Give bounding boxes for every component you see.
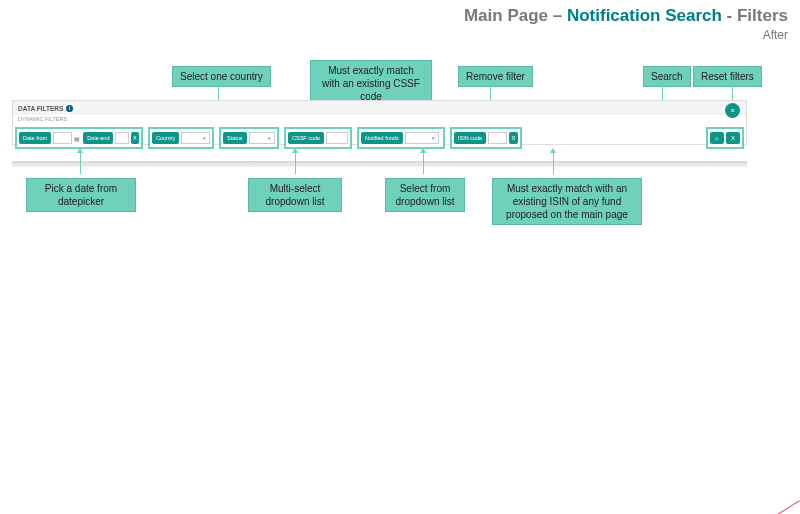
callout-notified: Select from dropdown list <box>385 178 465 212</box>
info-icon[interactable]: i <box>66 105 73 112</box>
filter-group-actions: ⌕ X <box>706 127 744 149</box>
input-isin[interactable] <box>488 132 507 144</box>
callout-remove: Remove filter <box>458 66 533 87</box>
label-date-end: Date end <box>83 132 113 144</box>
arrow-isin-bottom <box>553 152 554 174</box>
label-date-from: Date from <box>19 132 51 144</box>
save-filters-button[interactable]: ≡ <box>725 103 740 118</box>
slide-number: . <box>792 501 794 510</box>
input-cssf[interactable] <box>326 132 348 144</box>
callout-country: Select one country <box>172 66 271 87</box>
callout-status: Multi-select dropdown list <box>248 178 342 212</box>
chevron-down-icon: ▾ <box>268 135 271 141</box>
search-icon: ⌕ <box>715 135 719 141</box>
label-country: Country <box>152 132 179 144</box>
filter-group-cssf: CSSF code <box>284 127 352 149</box>
arrow-search <box>662 85 663 101</box>
dropdown-status[interactable]: ▾ <box>249 132 275 144</box>
page-subtitle: After <box>464 28 788 42</box>
chevron-down-icon: ▾ <box>203 135 206 141</box>
chevron-down-icon: ▾ <box>432 135 435 141</box>
arrow-status-bottom <box>295 152 296 174</box>
clear-date-button[interactable]: X <box>131 132 139 144</box>
callout-reset: Reset filters <box>693 66 762 87</box>
filter-group-isin: ISIN code X <box>450 127 522 149</box>
label-notified: Notified funds <box>361 132 403 144</box>
calendar-icon[interactable]: ▦ <box>74 135 80 142</box>
callout-date: Pick a date from datepicker <box>26 178 136 212</box>
panel-header-text: DATA FILTERS <box>18 105 63 112</box>
callout-isin: Must exactly match with an existing ISIN… <box>492 178 642 225</box>
reset-button[interactable]: X <box>726 132 740 144</box>
label-status: Status <box>223 132 247 144</box>
title-part-sub: Filters <box>737 6 788 25</box>
filter-group-country: Country ▾ <box>148 127 214 149</box>
filter-row: Date from ▦ Date end X Country ▾ Status … <box>12 127 747 149</box>
dropdown-notified[interactable]: ▾ <box>405 132 439 144</box>
filter-group-status: Status ▾ <box>219 127 279 149</box>
input-date-end[interactable] <box>115 132 128 144</box>
dropdown-country[interactable]: ▾ <box>181 132 210 144</box>
filter-group-notified: Notified funds ▾ <box>357 127 445 149</box>
label-isin: ISIN code <box>454 132 486 144</box>
title-part-section: Notification Search <box>567 6 722 25</box>
callout-search: Search <box>643 66 691 87</box>
arrow-date-bottom <box>80 152 81 174</box>
clear-isin-button[interactable]: X <box>509 132 518 144</box>
panel-header: DATA FILTERS i <box>13 101 746 115</box>
label-cssf: CSSF code <box>288 132 324 144</box>
save-icon: ≡ <box>730 107 734 114</box>
search-button[interactable]: ⌕ <box>710 132 724 144</box>
arrow-notified-bottom <box>423 152 424 174</box>
page-title-block: Main Page – Notification Search - Filter… <box>464 6 788 42</box>
panel-subheader: DYNAMIC FILTERS <box>13 115 746 122</box>
page-title: Main Page – Notification Search - Filter… <box>464 6 788 26</box>
title-part-main: Main Page <box>464 6 548 25</box>
filter-group-date: Date from ▦ Date end X <box>15 127 143 149</box>
input-date-from[interactable] <box>53 132 72 144</box>
shadow-divider <box>12 161 747 167</box>
